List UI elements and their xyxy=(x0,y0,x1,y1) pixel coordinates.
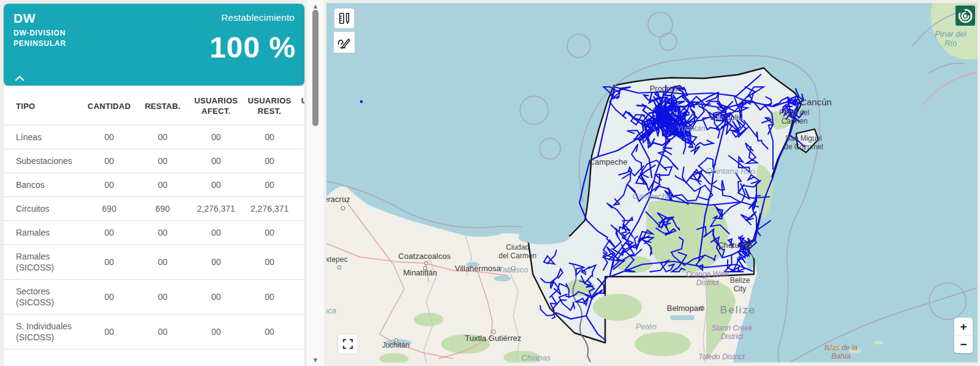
row-tipo: Bancos xyxy=(4,173,83,197)
draw-tool-button[interactable] xyxy=(334,32,355,53)
panel-scrollbar[interactable]: ▲ ▼ xyxy=(307,0,324,366)
row-tipo: Circuitos xyxy=(4,197,83,221)
row-value: 00 xyxy=(189,245,243,280)
row-value: 00 xyxy=(83,245,136,280)
belmopan-capital-dot xyxy=(701,308,703,309)
row-value: 00 xyxy=(296,315,304,349)
status-table: TIPOCANTIDADRESTAB.USUARIOS AFECT.USUARI… xyxy=(4,86,304,349)
pencil-scribble-icon xyxy=(337,35,352,50)
row-value: 00 xyxy=(136,315,189,349)
row-value: 00 xyxy=(296,245,304,280)
map-label-peten: Petén xyxy=(636,322,657,331)
row-tipo: Ramales (SICOSS) xyxy=(4,245,83,280)
row-value: 00 xyxy=(189,221,243,245)
row-value: 690 xyxy=(83,197,136,221)
fullscreen-corners-icon xyxy=(342,338,353,349)
map-canvas[interactable]: Mérida Valladolid Veracruz Tuxtepec Oaxa… xyxy=(326,3,978,362)
row-tipo: Sectores (SICOSS) xyxy=(4,280,83,315)
row-value: 00 xyxy=(243,173,296,197)
measure-tool-button[interactable] xyxy=(334,8,355,29)
row-value: 00 xyxy=(136,245,189,280)
map-label-belmopan: Belmopan xyxy=(667,304,703,313)
collapse-chevron-up-icon[interactable] xyxy=(15,73,24,81)
row-value: 00 xyxy=(189,173,243,197)
row-value: 00 xyxy=(296,197,304,221)
row-value: 690 xyxy=(136,197,189,221)
row-value: 00 xyxy=(136,173,189,197)
ruler-pencil-icon xyxy=(337,12,351,25)
map-label-chiapas: Chiapas xyxy=(521,353,551,362)
restore-percentage: 100 % xyxy=(209,31,296,64)
table-row: Sectores (SICOSS)0000000000 xyxy=(4,280,304,315)
table-row: S. Individuales (SICOSS)0000000000 xyxy=(4,315,304,349)
division-summary-card: DW DW-DIVISION PENINSULAR Restablecimien… xyxy=(4,4,304,86)
row-value: 00 xyxy=(296,280,304,315)
map-label-toledo: Toledo District xyxy=(698,353,745,361)
column-header: TIPO xyxy=(4,86,83,125)
row-value: 00 xyxy=(83,149,136,173)
fullscreen-button[interactable] xyxy=(337,334,358,354)
row-value: 00 xyxy=(189,149,243,173)
map-label-cozumel: San Miguelde Cozumel xyxy=(784,134,823,151)
scrollbar-thumb[interactable] xyxy=(312,10,318,126)
row-value: 00 xyxy=(243,245,296,280)
map-label-chetumal: Chetumal xyxy=(718,241,752,250)
table-row: Subestaciones0000000000 xyxy=(4,149,304,173)
map-label-oaxaca: Oaxaca xyxy=(326,306,336,315)
map-label-campeche-city: Campeche xyxy=(589,157,628,166)
row-value: 00 xyxy=(243,315,296,349)
table-row: Líneas0000000000 xyxy=(4,125,304,149)
column-header: USUARIOS PEND. xyxy=(296,86,304,125)
map-label-playa-del-carmen: Playa delCarmen xyxy=(779,108,809,125)
row-value: 00 xyxy=(243,125,296,149)
row-value: 00 xyxy=(136,125,189,149)
status-table-body: Líneas0000000000Subestaciones0000000000B… xyxy=(4,125,304,349)
map-label-tuxtepec: Tuxtepec xyxy=(326,255,347,264)
row-value: 00 xyxy=(189,125,243,149)
row-value: 00 xyxy=(296,125,304,149)
map-label-campeche-state: Campeche xyxy=(633,192,671,201)
table-row: Circuitos6906902,276,3712,276,37100 xyxy=(4,197,304,221)
status-table-card: TIPOCANTIDADRESTAB.USUARIOS AFECT.USUARI… xyxy=(4,86,304,366)
map-label-belize-country: Belize xyxy=(720,304,756,316)
map-label-yucatan: Yucatán xyxy=(676,124,705,133)
map-label-veracruz: Veracruz xyxy=(326,195,350,204)
scroll-up-arrow-icon[interactable]: ▲ xyxy=(307,2,324,10)
row-tipo: Líneas xyxy=(4,125,83,149)
green-swirl-logo-icon xyxy=(957,8,973,24)
row-value: 00 xyxy=(296,221,304,245)
zoom-in-button[interactable]: + xyxy=(954,318,973,335)
row-value: 00 xyxy=(83,221,136,245)
status-table-head: TIPOCANTIDADRESTAB.USUARIOS AFECT.USUARI… xyxy=(4,86,304,125)
row-tipo: Subestaciones xyxy=(4,149,83,173)
table-row: Bancos0000000000 xyxy=(4,173,304,197)
basemap-svg: Mérida Valladolid Veracruz Tuxtepec Oaxa… xyxy=(326,3,978,362)
map-label-minatitlan: Minatitlán xyxy=(403,268,437,277)
row-value: 00 xyxy=(83,280,136,315)
table-row: Ramales (SICOSS)0000000000 xyxy=(4,245,304,280)
row-value: 00 xyxy=(83,173,136,197)
division-panel: DW DW-DIVISION PENINSULAR Restablecimien… xyxy=(4,4,304,366)
row-value: 2,276,371 xyxy=(243,197,296,221)
row-value: 00 xyxy=(83,125,136,149)
restore-label: Restablecimiento xyxy=(221,12,295,23)
map-label-juchitan: Juchitán xyxy=(382,341,410,349)
row-value: 00 xyxy=(296,173,304,197)
map-label-coatzacoalcos: Coatzacoalcos xyxy=(398,252,451,261)
zoom-out-button[interactable]: − xyxy=(954,335,973,353)
row-value: 00 xyxy=(189,280,243,315)
row-value: 2,276,371 xyxy=(189,197,243,221)
column-header: USUARIOS REST. xyxy=(243,86,296,125)
row-value: 00 xyxy=(243,280,296,315)
column-header: RESTAB. xyxy=(136,86,189,125)
row-value: 00 xyxy=(136,280,189,315)
map-label-villahermosa: Villahermosa xyxy=(455,264,502,273)
scroll-down-arrow-icon[interactable]: ▼ xyxy=(307,356,324,364)
row-value: 00 xyxy=(136,149,189,173)
row-value: 00 xyxy=(243,221,296,245)
row-tipo: S. Individuales (SICOSS) xyxy=(4,315,83,349)
row-value: 00 xyxy=(296,149,304,173)
table-row: Ramales0000000000 xyxy=(4,221,304,245)
app-logo-button[interactable] xyxy=(956,6,975,26)
row-value: 00 xyxy=(136,221,189,245)
